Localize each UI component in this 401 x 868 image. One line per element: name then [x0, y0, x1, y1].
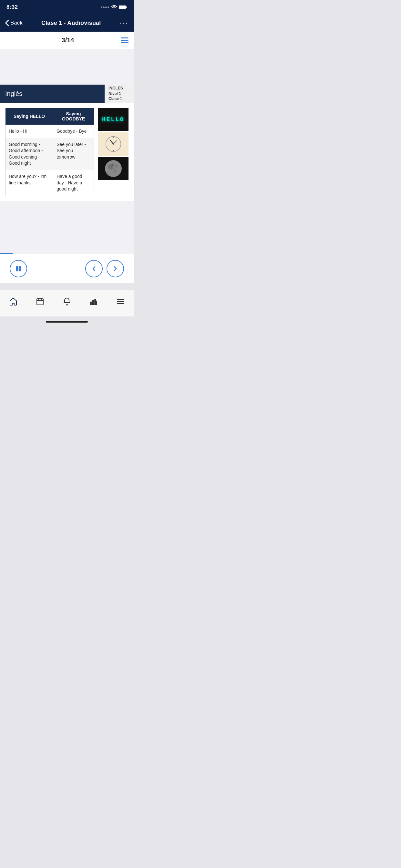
svg-point-12	[105, 160, 122, 177]
svg-point-15	[112, 163, 114, 166]
nav-bar: Back Clase 1 - Audiovisual ···	[0, 14, 134, 32]
tab-calendar[interactable]	[31, 295, 50, 308]
svg-rect-23	[90, 302, 92, 305]
table-cell-goodbye-0: Goodbye - Bye	[53, 125, 94, 138]
ingles-meta-class: Clase 1	[109, 96, 122, 102]
back-button[interactable]: Back	[5, 20, 23, 26]
svg-rect-24	[92, 300, 94, 305]
ingles-meta-sublevel: Nivel 1	[109, 91, 121, 97]
svg-rect-3	[126, 6, 127, 8]
hello-text-display: HELLO	[102, 116, 124, 123]
more-button[interactable]: ···	[120, 19, 128, 27]
svg-point-14	[113, 169, 117, 173]
tab-menu[interactable]	[111, 295, 130, 308]
table-cell-goodbye-1: See you later - See you tomorrow	[53, 138, 94, 170]
hello-image: HELLO	[98, 108, 128, 131]
pause-button[interactable]	[10, 260, 27, 277]
svg-rect-26	[96, 301, 97, 305]
images-column: HELLO	[98, 108, 128, 196]
col2-header: Saying GOODBYE	[53, 108, 94, 125]
table-cell-hello-0: Hello - Hi	[5, 125, 53, 138]
next-button[interactable]	[106, 260, 124, 277]
progress-bar-container: 3/14	[0, 32, 134, 49]
slide-card: Inglés INGLES Nivel 1 Clase 1 Saying HEL…	[0, 85, 134, 201]
spacer-bottom	[0, 201, 134, 253]
col1-header: Saying HELLO	[5, 108, 53, 125]
status-icons	[101, 5, 127, 9]
table-row-1: Good morning - Good afternoon - Good eve…	[5, 138, 94, 170]
svg-rect-17	[17, 267, 18, 271]
ingles-meta-level: INGLES	[109, 86, 123, 91]
status-time: 8:32	[6, 4, 18, 10]
svg-rect-19	[37, 299, 43, 305]
battery-icon	[119, 5, 127, 9]
tab-bar	[0, 290, 134, 316]
moon-image	[98, 157, 128, 180]
content-area: Inglés INGLES Nivel 1 Clase 1 Saying HEL…	[0, 49, 134, 253]
tab-notifications[interactable]	[58, 295, 76, 308]
moon-svg	[104, 159, 123, 178]
table-cell-hello-1: Good morning - Good afternoon - Good eve…	[5, 138, 53, 170]
table-row-2: How are you? - I'm fine thanksHave a goo…	[5, 170, 94, 196]
spacer-top	[0, 49, 134, 85]
menu-icon[interactable]	[121, 37, 128, 43]
slide-meta: INGLES Nivel 1 Clase 1	[104, 85, 134, 103]
prev-button[interactable]	[85, 260, 103, 277]
subject-label: Inglés	[0, 85, 104, 103]
table-section: Saying HELLO Saying GOODBYE Hello - HiGo…	[0, 103, 134, 201]
progress-fill	[0, 253, 13, 254]
bottom-spacer	[0, 283, 134, 290]
clock-svg	[105, 136, 121, 152]
wifi-icon	[111, 5, 117, 9]
svg-rect-2	[119, 6, 126, 9]
tab-stats[interactable]	[84, 295, 103, 308]
progress-indicator	[0, 253, 134, 254]
slide-header: Inglés INGLES Nivel 1 Clase 1	[0, 85, 134, 103]
home-bar	[46, 321, 88, 322]
svg-rect-25	[94, 299, 96, 305]
table-row-0: Hello - HiGoodbye - Bye	[5, 125, 94, 138]
table-cell-hello-2: How are you? - I'm fine thanks	[5, 170, 53, 196]
svg-point-16	[115, 164, 118, 167]
clock-image	[98, 132, 128, 156]
table-cell-goodbye-2: Have a good day - Have a good night	[53, 170, 94, 196]
page-title: Clase 1 - Audiovisual	[41, 20, 101, 27]
player-controls	[0, 254, 134, 283]
signal-icon	[101, 6, 109, 8]
home-indicator	[0, 316, 134, 328]
progress-text: 3/14	[15, 36, 121, 44]
back-label: Back	[10, 20, 23, 26]
svg-rect-18	[19, 267, 20, 271]
status-bar: 8:32	[0, 0, 134, 14]
vocab-table: Saying HELLO Saying GOODBYE Hello - HiGo…	[5, 108, 94, 196]
tab-home[interactable]	[4, 295, 23, 308]
